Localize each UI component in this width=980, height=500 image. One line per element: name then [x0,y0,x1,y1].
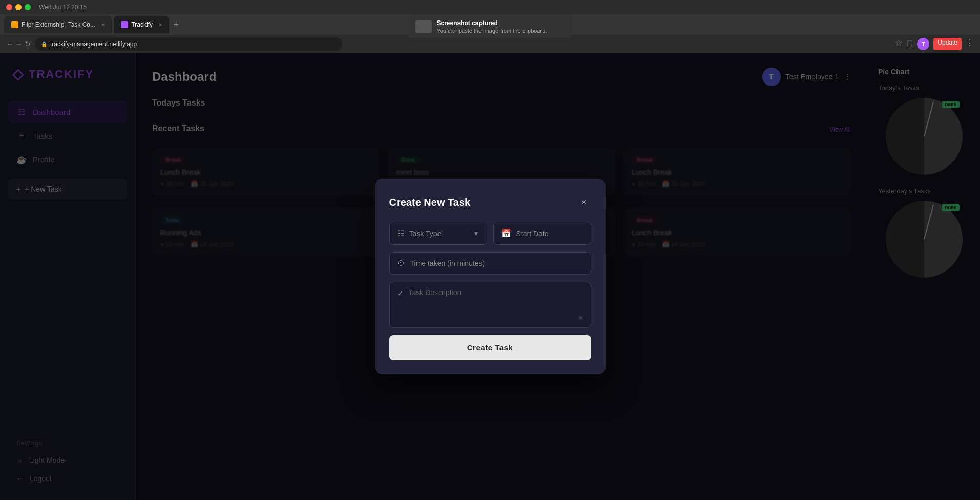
close-window-button[interactable] [6,4,12,10]
maximize-window-button[interactable] [25,4,31,10]
lock-icon: 🔒 [41,41,47,47]
calendar-icon: 📅 [501,228,511,238]
minimize-window-button[interactable] [15,4,22,10]
back-button[interactable]: ← [6,40,13,48]
tab-trackify-close[interactable]: × [159,22,162,28]
modal-close-button[interactable]: × [577,195,591,210]
task-description-input[interactable] [409,288,574,319]
task-type-icon: ☷ [397,228,404,238]
modal-overlay[interactable]: Create New Task × ☷ Task Type ▼ 📅 Start … [0,53,980,500]
toast-subtitle: You can paste the image from the clipboa… [437,28,547,34]
browser-traffic-lights: Wed Jul 12 20:15 [0,0,980,14]
tab-trackify-label: Trackify [131,21,153,28]
toast-content: Screenshot captured You can paste the im… [437,19,547,34]
modal-title: Create New Task [389,197,471,209]
modal-row-top: ☷ Task Type ▼ 📅 Start Date [389,222,591,245]
resize-handle-icon: ⇱ [579,316,583,321]
app-container: ◇ TRACKIFY ☷ Dashboard ≡ Tasks ☕ Profile… [0,53,980,500]
browser-name: Wed Jul 12 20:15 [39,4,87,11]
create-task-modal: Create New Task × ☷ Task Type ▼ 📅 Start … [375,179,606,374]
nav-arrows: ← → ↻ [6,40,31,48]
menu-icon[interactable]: ⋮ [966,38,974,50]
url-text: trackify-management.netlify.app [50,40,137,48]
trackify-favicon [121,21,128,28]
window-controls [6,4,31,10]
extensions-icon[interactable]: ◻ [906,38,913,50]
task-type-placeholder: Task Type [409,230,468,238]
modal-row-time: ⏲ Time taken (in minutes) [389,252,591,275]
toast-title: Screenshot captured [437,19,547,27]
update-button[interactable]: Update [933,38,962,50]
dropdown-arrow-icon: ▼ [473,230,479,237]
create-task-button[interactable]: Create Task [389,335,591,360]
task-type-dropdown[interactable]: ☷ Task Type ▼ [389,222,487,245]
tab-trackify[interactable]: Trackify × [114,16,169,33]
time-taken-field[interactable]: ⏲ Time taken (in minutes) [389,252,591,275]
description-icon: ✓ [397,288,404,298]
clock-icon: ⏲ [397,259,405,268]
screenshot-toast: Screenshot captured You can paste the im… [408,15,572,38]
new-tab-button[interactable]: + [173,19,179,30]
start-date-placeholder: Start Date [516,230,583,238]
address-bar[interactable]: 🔒 trackify-management.netlify.app [35,37,342,51]
bookmark-icon[interactable]: ☆ [895,38,902,50]
start-date-field[interactable]: 📅 Start Date [493,222,591,245]
tab-flipr-label: Flipr Externship -Task Co... [22,21,95,28]
toast-thumbnail [415,20,432,33]
tab-flipr[interactable]: Flipr Externship -Task Co... × [4,16,112,33]
task-description-field[interactable]: ✓ ⇱ [389,282,591,328]
modal-header: Create New Task × [389,195,591,210]
profile-icon[interactable]: T [917,38,929,50]
time-taken-placeholder: Time taken (in minutes) [410,259,583,267]
forward-button[interactable]: → [15,40,23,48]
flipr-favicon [11,21,18,28]
refresh-button[interactable]: ↻ [25,40,31,48]
tab-flipr-close[interactable]: × [101,22,105,28]
